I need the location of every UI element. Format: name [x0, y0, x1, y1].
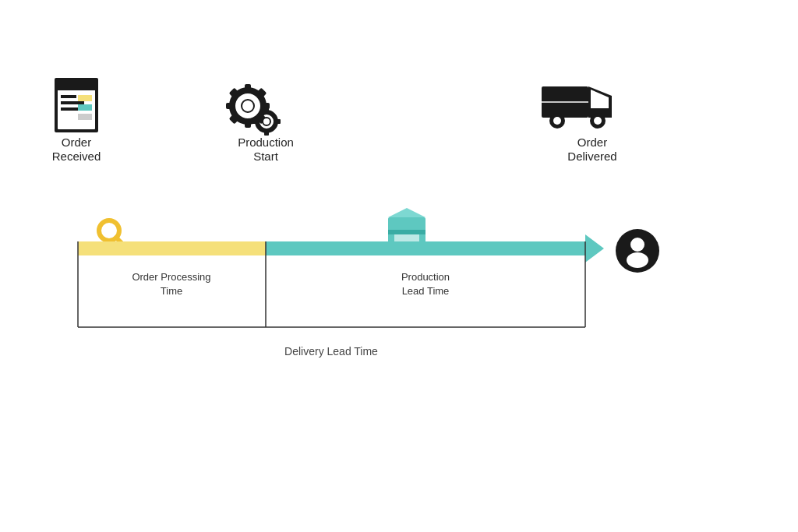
svg-rect-38 [394, 234, 419, 242]
svg-point-31 [594, 117, 602, 125]
svg-marker-36 [388, 208, 425, 217]
svg-rect-4 [61, 101, 84, 104]
svg-rect-6 [78, 95, 92, 101]
svg-rect-11 [245, 84, 251, 92]
order-processing-label2: Time [161, 285, 182, 297]
arrow-head [585, 234, 604, 262]
order-delivered-icon [542, 86, 612, 129]
order-delivered-label: Order [577, 136, 607, 149]
svg-rect-21 [264, 107, 269, 114]
customer-icon [616, 229, 659, 273]
order-delivered-label2: Delivered [567, 150, 616, 163]
order-received-icon [55, 78, 98, 132]
svg-rect-3 [61, 95, 76, 98]
production-lead-label2: Lead Time [402, 285, 450, 297]
box-icon [388, 208, 425, 247]
order-processing-label: Order Processing [132, 271, 210, 283]
svg-rect-5 [61, 107, 80, 111]
production-start-label: Production [238, 136, 294, 149]
order-processing-bar [78, 241, 266, 255]
svg-point-41 [627, 252, 648, 268]
svg-point-29 [553, 117, 561, 125]
svg-rect-24 [274, 119, 281, 124]
svg-rect-2 [58, 81, 95, 90]
delivery-lead-time-label: Delivery Lead Time [284, 345, 378, 358]
svg-rect-22 [264, 129, 269, 136]
production-lead-bar [266, 241, 585, 255]
svg-point-20 [263, 118, 270, 125]
svg-rect-13 [226, 103, 234, 109]
production-lead-label: Production [401, 271, 450, 283]
order-received-label: Order [62, 136, 91, 149]
production-start-label2: Start [253, 150, 279, 163]
svg-rect-8 [78, 114, 92, 120]
production-start-icon [226, 84, 281, 136]
svg-point-40 [630, 238, 644, 252]
svg-rect-12 [245, 120, 251, 128]
order-received-label2: Received [52, 150, 101, 163]
svg-rect-7 [78, 104, 92, 111]
svg-point-10 [242, 100, 254, 112]
svg-rect-37 [388, 230, 425, 234]
svg-rect-23 [252, 119, 259, 124]
